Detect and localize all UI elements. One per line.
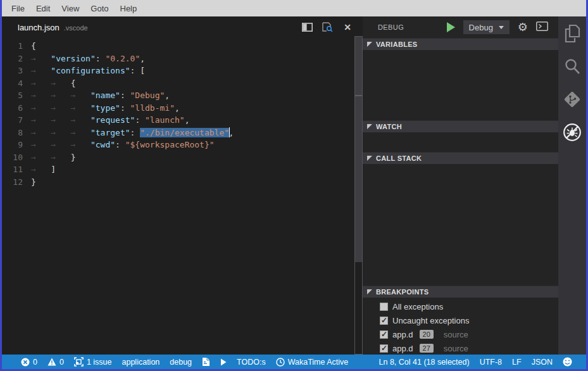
line-number[interactable]: 7	[2, 114, 31, 127]
status-item[interactable]: 0	[17, 355, 41, 369]
debug-sidebar: DEBUG Debug ⚙ VARIABLES	[363, 16, 558, 355]
section-breakpoints[interactable]: BREAKPOINTS	[363, 286, 558, 298]
code-text: → "version": "0.2.0",	[31, 53, 145, 65]
line-number[interactable]: 11	[2, 163, 31, 176]
open-preview-icon[interactable]	[321, 22, 334, 33]
variables-body[interactable]	[363, 50, 558, 120]
error-icon	[21, 358, 30, 367]
status-right: Ln 8, Col 41 (18 selected)UTF-8LFJSON	[375, 355, 577, 369]
debug-toolbar: Debug ⚙	[447, 20, 558, 34]
line-number[interactable]: 2	[2, 53, 31, 65]
menu-view[interactable]: View	[56, 4, 85, 13]
chevron-down-icon	[499, 26, 504, 29]
status-item[interactable]: TODO:s	[233, 355, 270, 369]
status-item[interactable]: WakaTime Active	[272, 355, 353, 369]
debug-config-dropdown[interactable]: Debug	[463, 20, 510, 34]
line-number[interactable]: 6	[2, 102, 31, 115]
menu-help[interactable]: Help	[115, 4, 143, 13]
line-number[interactable]: 10	[2, 151, 31, 164]
code-line[interactable]: 12}	[2, 176, 363, 189]
warning-icon	[47, 358, 56, 366]
menu-edit[interactable]: Edit	[30, 4, 56, 13]
scrollbar-thumb[interactable]	[355, 37, 362, 262]
code-line[interactable]: 10→ → }	[2, 151, 363, 164]
status-item[interactable]: JSON	[528, 355, 556, 369]
status-label: 0	[59, 358, 64, 367]
status-item[interactable]: debug	[166, 355, 196, 369]
breakpoint-label: Uncaught exceptions	[392, 316, 469, 325]
breakpoint-row[interactable]: app.d20source	[363, 327, 558, 341]
breakpoint-checkbox[interactable]	[380, 317, 388, 325]
twistie-icon	[367, 156, 372, 161]
code-line[interactable]: 8→ → → "target": "./bin/executable",	[2, 127, 363, 139]
gear-icon[interactable]: ⚙	[518, 22, 528, 33]
menu-bar: File Edit View Goto Help	[2, 0, 586, 16]
status-item[interactable]: application	[118, 355, 164, 369]
section-call-stack[interactable]: CALL STACK	[363, 152, 558, 164]
code-editor[interactable]: 1{2→ "version": "0.2.0",3→ "configuratio…	[2, 38, 363, 355]
breakpoint-row[interactable]: All exceptions	[363, 299, 558, 313]
status-item[interactable]: UTF-8	[476, 355, 506, 369]
files-icon[interactable]	[563, 24, 582, 43]
watch-body[interactable]	[363, 132, 558, 152]
code-text: {	[31, 40, 36, 53]
status-label: 0	[33, 358, 37, 367]
editor-actions: ✕	[301, 22, 363, 33]
tab-detail: .vscode	[64, 24, 88, 32]
breakpoint-checkbox[interactable]	[380, 330, 388, 339]
section-watch[interactable]: WATCH	[363, 120, 558, 132]
line-number[interactable]: 12	[2, 176, 31, 189]
split-editor-icon[interactable]	[301, 22, 313, 33]
status-item[interactable]: LF	[508, 355, 525, 369]
breakpoint-checkbox[interactable]	[380, 344, 388, 353]
status-item[interactable]	[559, 355, 576, 369]
line-number[interactable]: 5	[2, 89, 31, 102]
menu-file[interactable]: File	[6, 4, 30, 13]
code-text: → → → "cwd": "${workspaceRoot}"	[31, 139, 215, 151]
code-line[interactable]: 9→ → → "cwd": "${workspaceRoot}"	[2, 139, 363, 151]
breakpoint-note: source	[444, 344, 468, 353]
code-line[interactable]: 7→ → → "request": "launch",	[2, 114, 363, 127]
close-icon[interactable]: ✕	[341, 22, 354, 33]
code-line[interactable]: 6→ → → "type": "lldb-mi",	[2, 102, 363, 115]
debug-console-icon[interactable]	[536, 22, 548, 34]
line-number[interactable]: 9	[2, 139, 31, 151]
status-item[interactable]	[216, 355, 230, 369]
line-number[interactable]: 4	[2, 77, 31, 90]
status-label: UTF-8	[480, 358, 502, 367]
status-item[interactable]: 1 issue	[70, 355, 116, 369]
breakpoint-row[interactable]: Uncaught exceptions	[363, 313, 558, 327]
git-icon[interactable]	[563, 90, 582, 109]
start-debug-icon[interactable]	[447, 22, 455, 32]
status-item[interactable]	[198, 355, 214, 369]
status-item[interactable]: Ln 8, Col 41 (18 selected)	[375, 355, 473, 369]
code-line[interactable]: 11→ ]	[2, 163, 363, 176]
code-text: → → }	[31, 151, 75, 164]
code-text: → → → "type": "lldb-mi",	[31, 102, 180, 115]
editor-group: launch.json .vscode ✕ 1{2→ "version": "0…	[2, 16, 363, 355]
search-icon[interactable]	[563, 57, 582, 76]
line-number[interactable]: 3	[2, 65, 31, 77]
breakpoint-label: All exceptions	[392, 302, 443, 311]
line-number[interactable]: 1	[2, 40, 31, 53]
breakpoint-checkbox[interactable]	[380, 303, 388, 311]
call-stack-body[interactable]	[363, 164, 558, 286]
code-line[interactable]: 1{	[2, 40, 363, 53]
code-line[interactable]: 4→ → {	[2, 77, 363, 90]
editor-scrollbar[interactable]	[354, 36, 363, 355]
tab-launch-json[interactable]: launch.json .vscode	[2, 23, 88, 32]
menu-goto[interactable]: Goto	[85, 4, 114, 13]
line-number[interactable]: 8	[2, 127, 31, 139]
code-line[interactable]: 2→ "version": "0.2.0",	[2, 53, 363, 65]
code-line[interactable]: 3→ "configurations": [	[2, 65, 363, 77]
breakpoint-row[interactable]: app.d27source	[363, 341, 558, 355]
editor-title-bar: launch.json .vscode ✕	[2, 16, 363, 38]
vscode-window: File Edit View Goto Help launch.json .vs…	[0, 0, 588, 371]
code-line[interactable]: 5→ → → "name": "Debug",	[2, 89, 363, 102]
breakpoint-note: source	[444, 330, 468, 339]
status-item[interactable]: 0	[44, 355, 68, 369]
section-variables[interactable]: VARIABLES	[363, 38, 558, 50]
code-text: → → → "target": "./bin/executable",	[31, 127, 234, 139]
debug-icon[interactable]	[563, 123, 582, 142]
line-badge: 27	[420, 344, 434, 353]
